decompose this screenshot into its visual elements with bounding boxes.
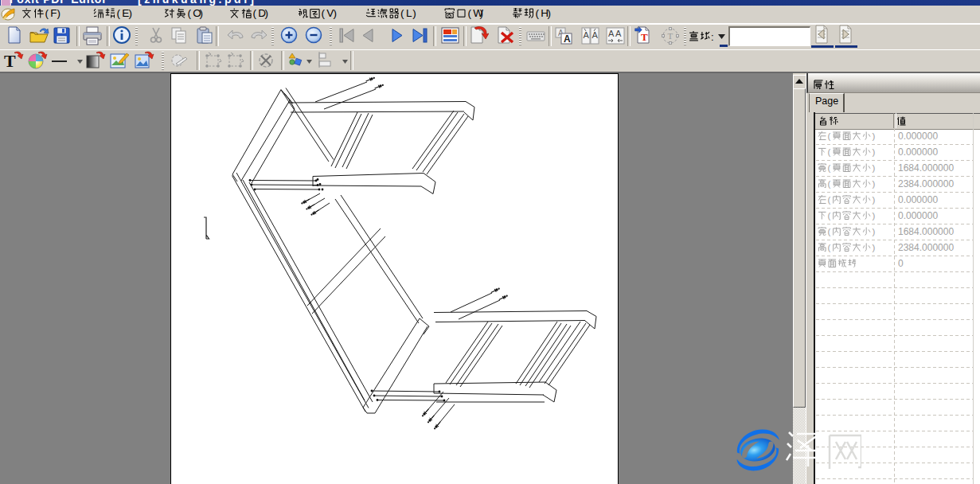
svg-text:(: ( bbox=[828, 227, 831, 236]
svg-text:): ) bbox=[872, 211, 875, 221]
svg-text:): ) bbox=[872, 131, 875, 141]
svg-text:): ) bbox=[872, 163, 875, 173]
svg-text:): ) bbox=[872, 227, 875, 236]
svg-text:(: ( bbox=[828, 147, 831, 157]
svg-text:(: ( bbox=[828, 163, 831, 173]
svg-text:(: ( bbox=[828, 195, 831, 205]
svg-text:): ) bbox=[872, 179, 875, 189]
svg-text:(: ( bbox=[828, 243, 831, 252]
svg-text:): ) bbox=[872, 147, 875, 157]
svg-text:): ) bbox=[872, 195, 875, 205]
svg-text:(: ( bbox=[828, 179, 831, 189]
svg-text:(: ( bbox=[828, 211, 831, 221]
svg-text:(: ( bbox=[828, 131, 831, 141]
svg-text:): ) bbox=[872, 243, 875, 252]
